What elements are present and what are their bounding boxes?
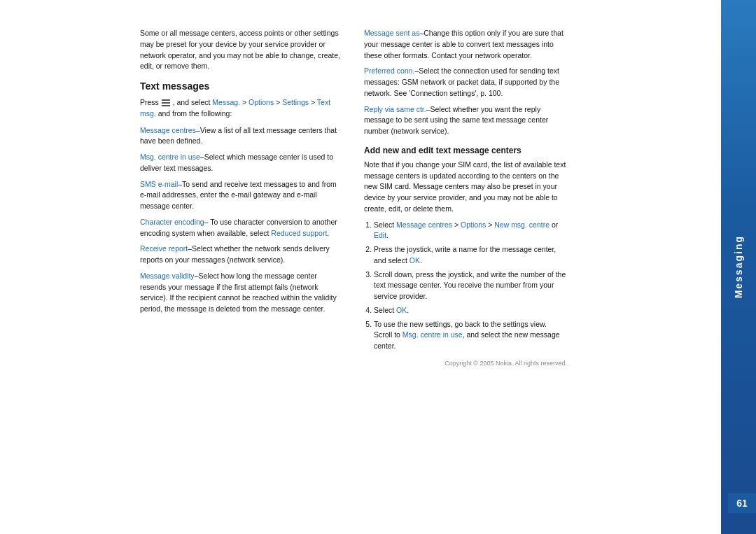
menu-icon-inline xyxy=(161,98,173,106)
msg-centre-in-use-link[interactable]: Msg. centre in use xyxy=(140,153,200,161)
copyright-text: Copyright © 2005 Nokia. All rights reser… xyxy=(364,359,567,369)
step1-new-msg-centre[interactable]: New msg. centre xyxy=(494,220,550,229)
intro-text: Some or all message centers, access poin… xyxy=(140,28,343,72)
reply-via-same-link[interactable]: Reply via same ctr. xyxy=(364,105,426,113)
sidebar-label: Messaging xyxy=(733,235,744,298)
entry-character-encoding: Character encoding– To use character con… xyxy=(140,217,343,239)
svg-rect-1 xyxy=(162,102,170,104)
message-sent-as-link[interactable]: Message sent as xyxy=(364,29,419,37)
message-centres-link[interactable]: Message centres xyxy=(140,126,196,134)
svg-rect-0 xyxy=(162,99,170,101)
sms-email-link[interactable]: SMS e-mail xyxy=(140,180,178,188)
main-content: Some or all message centers, access poin… xyxy=(0,0,721,534)
section-intro-text: Note that if you change your SIM card, t… xyxy=(364,160,567,215)
step-4: Select OK. xyxy=(374,305,567,316)
step1-edit[interactable]: Edit xyxy=(374,231,386,239)
step5-msg-centre-in-use[interactable]: Msg. centre in use xyxy=(402,330,463,339)
messag-link[interactable]: Messag. xyxy=(212,98,240,106)
page-number-box: 61 xyxy=(728,493,756,513)
step2-ok[interactable]: OK xyxy=(410,256,420,265)
sidebar: Messaging 61 xyxy=(721,0,756,534)
right-column: Message sent as–Change this option only … xyxy=(364,28,567,513)
step-1: Select Message centres > Options > New m… xyxy=(374,220,567,242)
step4-ok[interactable]: OK xyxy=(396,306,407,314)
settings-link[interactable]: Settings xyxy=(282,98,309,106)
receive-report-link[interactable]: Receive report xyxy=(140,244,188,253)
add-edit-subtitle: Add new and edit text message centers xyxy=(364,146,567,155)
step-2: Press the joystick, write a name for the… xyxy=(374,244,567,267)
options-link[interactable]: Options xyxy=(248,98,274,106)
svg-rect-2 xyxy=(162,105,170,106)
page-number: 61 xyxy=(736,498,748,509)
step1-message-centres[interactable]: Message centres xyxy=(396,220,452,229)
message-validity-link[interactable]: Message validity xyxy=(140,272,195,280)
entry-preferred-conn: Preferred conn.–Select the connection us… xyxy=(364,66,567,99)
character-encoding-link[interactable]: Character encoding xyxy=(140,218,204,226)
section-title: Text messages xyxy=(140,80,343,92)
entry-reply-via-same: Reply via same ctr.–Select whether you w… xyxy=(364,104,567,137)
press-line: Press , and select Messag. > Options > S… xyxy=(140,97,343,120)
entry-msg-centre-in-use: Msg. centre in use–Select which message … xyxy=(140,152,343,174)
left-column: Some or all message centers, access poin… xyxy=(140,28,343,513)
entry-sms-email: SMS e-mail–To send and receive text mess… xyxy=(140,179,343,212)
steps-list: Select Message centres > Options > New m… xyxy=(364,220,567,352)
step1-options[interactable]: Options xyxy=(461,220,486,229)
entry-receive-report: Receive report–Select whether the networ… xyxy=(140,244,343,266)
entry-message-centres: Message centres–View a list of all text … xyxy=(140,125,343,148)
preferred-conn-link[interactable]: Preferred conn. xyxy=(364,66,414,75)
step-5: To use the new settings, go back to the … xyxy=(374,319,567,352)
step-3: Scroll down, press the joystick, and wri… xyxy=(374,269,567,302)
entry-message-validity: Message validity–Select how long the mes… xyxy=(140,271,343,315)
page-container: Some or all message centers, access poin… xyxy=(0,0,756,534)
reduced-support-link[interactable]: Reduced support xyxy=(271,229,327,237)
entry-message-sent-as: Message sent as–Change this option only … xyxy=(364,28,567,61)
